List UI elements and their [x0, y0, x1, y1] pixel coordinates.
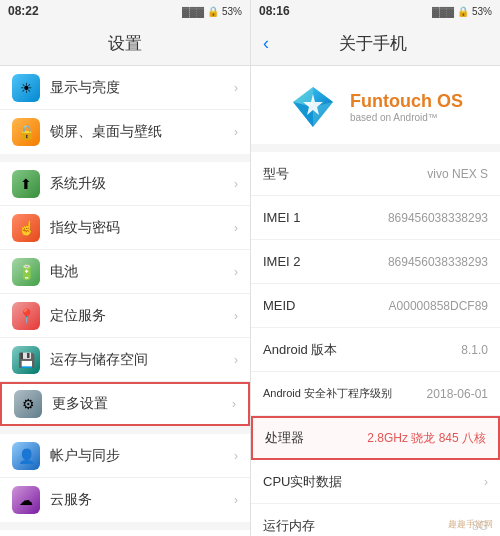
- battery-label: 电池: [50, 263, 234, 281]
- settings-group-4: 📞 电话 › 👥 联系人 › 💬 信息 › 🖼 相册 ›: [0, 530, 250, 536]
- account-icon: 👤: [12, 442, 40, 470]
- settings-item-cloud[interactable]: ☁ 云服务 ›: [0, 478, 250, 522]
- wifi-icon: 🔒: [207, 6, 219, 17]
- settings-item-system[interactable]: ⬆ 系统升级 ›: [0, 162, 250, 206]
- settings-item-finger[interactable]: ☝ 指纹与密码 ›: [0, 206, 250, 250]
- battery-setting-icon: 🔋: [12, 258, 40, 286]
- ram-value: 8G: [315, 519, 488, 533]
- android-value: 8.1.0: [337, 343, 488, 357]
- battery-arrow: ›: [234, 265, 238, 279]
- storage-arrow: ›: [234, 353, 238, 367]
- left-panel: 08:22 ▓▓▓ 🔒 53% 设置 ☀ 显示与亮度 › 🔒 锁屏、桌面与壁纸: [0, 0, 250, 536]
- right-signal-icon: ▓▓▓: [432, 6, 454, 17]
- settings-group-3: 👤 帐户与同步 › ☁ 云服务 ›: [0, 434, 250, 522]
- more-label: 更多设置: [52, 395, 232, 413]
- about-title: 关于手机: [277, 32, 488, 55]
- left-status-icons: ▓▓▓ 🔒 53%: [182, 6, 242, 17]
- settings-item-storage[interactable]: 💾 运存与储存空间 ›: [0, 338, 250, 382]
- settings-item-location[interactable]: 📍 定位服务 ›: [0, 294, 250, 338]
- about-item-processor: 处理器 2.8GHz 骁龙 845 八核: [251, 416, 500, 460]
- funtouch-name: Funtouch OS: [350, 91, 463, 112]
- location-icon: 📍: [12, 302, 40, 330]
- lock-icon: 🔒: [12, 118, 40, 146]
- funtouch-text: Funtouch OS based on Android™: [350, 91, 463, 123]
- more-icon: ⚙: [14, 390, 42, 418]
- right-time: 08:16: [259, 4, 290, 18]
- about-item-ram: 运行内存 8G: [251, 504, 500, 536]
- about-item-android: Android 版本 8.1.0: [251, 328, 500, 372]
- lock-label: 锁屏、桌面与壁纸: [50, 123, 234, 141]
- settings-group-2: ⬆ 系统升级 › ☝ 指纹与密码 › 🔋 电池 › 📍 定位服务 ›: [0, 162, 250, 426]
- signal-icon: ▓▓▓: [182, 6, 204, 17]
- about-item-security: Android 安全补丁程序级别 2018-06-01: [251, 372, 500, 416]
- model-key: 型号: [263, 165, 289, 183]
- imei2-value: 869456038338293: [301, 255, 488, 269]
- ram-key: 运行内存: [263, 517, 315, 535]
- battery-icon-left: 53%: [222, 6, 242, 17]
- imei1-value: 869456038338293: [301, 211, 488, 225]
- settings-item-account[interactable]: 👤 帐户与同步 ›: [0, 434, 250, 478]
- about-item-model: 型号 vivo NEX S: [251, 152, 500, 196]
- display-label: 显示与亮度: [50, 79, 234, 97]
- cpu-arrow: ›: [484, 475, 488, 489]
- settings-item-battery[interactable]: 🔋 电池 ›: [0, 250, 250, 294]
- processor-value: 2.8GHz 骁龙 845 八核: [304, 430, 486, 447]
- about-item-cpu[interactable]: CPU实时数据 ›: [251, 460, 500, 504]
- cloud-arrow: ›: [234, 493, 238, 507]
- android-key: Android 版本: [263, 341, 337, 359]
- about-item-meid: MEID A00000858DCF89: [251, 284, 500, 328]
- settings-item-phone[interactable]: 📞 电话 ›: [0, 530, 250, 536]
- location-arrow: ›: [234, 309, 238, 323]
- account-arrow: ›: [234, 449, 238, 463]
- display-icon: ☀: [12, 74, 40, 102]
- funtouch-sub: based on Android™: [350, 112, 463, 123]
- funtouch-banner: Funtouch OS based on Android™: [251, 66, 500, 152]
- left-status-bar: 08:22 ▓▓▓ 🔒 53%: [0, 0, 250, 22]
- right-status-icons: ▓▓▓ 🔒 53%: [432, 6, 492, 17]
- settings-item-lock[interactable]: 🔒 锁屏、桌面与壁纸 ›: [0, 110, 250, 154]
- meid-key: MEID: [263, 298, 296, 313]
- settings-list: ☀ 显示与亮度 › 🔒 锁屏、桌面与壁纸 › ⬆ 系统升级 › ☝: [0, 66, 250, 536]
- about-item-imei2: IMEI 2 869456038338293: [251, 240, 500, 284]
- funtouch-logo-icon: [288, 82, 338, 132]
- about-list: 型号 vivo NEX S IMEI 1 869456038338293 IME…: [251, 152, 500, 536]
- system-label: 系统升级: [50, 175, 234, 193]
- cloud-icon: ☁: [12, 486, 40, 514]
- security-key: Android 安全补丁程序级别: [263, 386, 392, 401]
- imei1-key: IMEI 1: [263, 210, 301, 225]
- settings-title-bar: 设置: [0, 22, 250, 66]
- finger-arrow: ›: [234, 221, 238, 235]
- lock-arrow: ›: [234, 125, 238, 139]
- right-battery-icon: 53%: [472, 6, 492, 17]
- display-arrow: ›: [234, 81, 238, 95]
- settings-title: 设置: [108, 32, 142, 55]
- storage-label: 运存与储存空间: [50, 351, 234, 369]
- location-label: 定位服务: [50, 307, 234, 325]
- meid-value: A00000858DCF89: [296, 299, 489, 313]
- cpu-key: CPU实时数据: [263, 473, 342, 491]
- about-item-imei1: IMEI 1 869456038338293: [251, 196, 500, 240]
- finger-icon: ☝: [12, 214, 40, 242]
- system-icon: ⬆: [12, 170, 40, 198]
- right-panel: 08:16 ▓▓▓ 🔒 53% ‹ 关于手机: [250, 0, 500, 536]
- more-arrow: ›: [232, 397, 236, 411]
- back-button[interactable]: ‹: [263, 33, 269, 54]
- about-title-bar: ‹ 关于手机: [251, 22, 500, 66]
- right-wifi-icon: 🔒: [457, 6, 469, 17]
- settings-item-display[interactable]: ☀ 显示与亮度 ›: [0, 66, 250, 110]
- settings-item-more[interactable]: ⚙ 更多设置 ›: [0, 382, 250, 426]
- settings-group-1: ☀ 显示与亮度 › 🔒 锁屏、桌面与壁纸 ›: [0, 66, 250, 154]
- system-arrow: ›: [234, 177, 238, 191]
- processor-key: 处理器: [265, 429, 304, 447]
- left-time: 08:22: [8, 4, 39, 18]
- finger-label: 指纹与密码: [50, 219, 234, 237]
- storage-icon: 💾: [12, 346, 40, 374]
- imei2-key: IMEI 2: [263, 254, 301, 269]
- right-status-bar: 08:16 ▓▓▓ 🔒 53%: [251, 0, 500, 22]
- account-label: 帐户与同步: [50, 447, 234, 465]
- cloud-label: 云服务: [50, 491, 234, 509]
- security-value: 2018-06-01: [392, 387, 488, 401]
- main-container: 08:22 ▓▓▓ 🔒 53% 设置 ☀ 显示与亮度 › 🔒 锁屏、桌面与壁纸: [0, 0, 500, 536]
- model-value: vivo NEX S: [289, 167, 488, 181]
